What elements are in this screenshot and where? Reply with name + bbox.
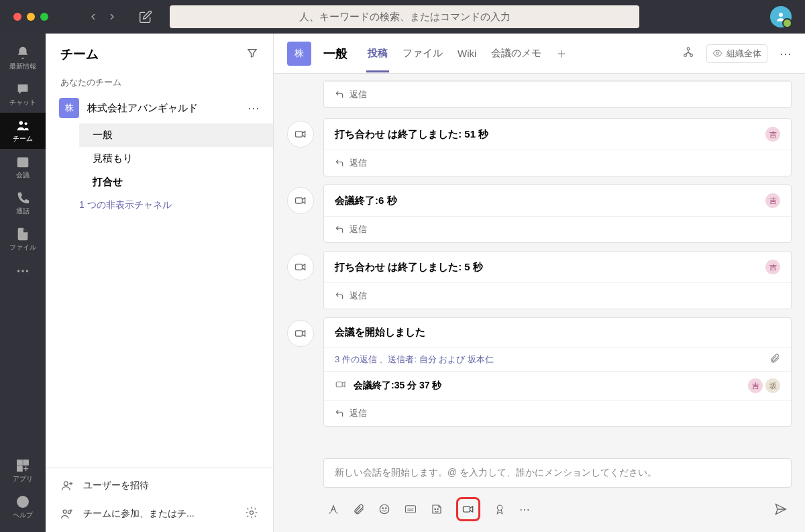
rail-apps[interactable]: アプリ [0,453,46,489]
message-card[interactable]: 打ち合わせ は終了しました: 51 秒 吉 返信 [323,118,792,176]
sticker-icon[interactable] [431,503,443,515]
join-create-team-button[interactable]: チームに参加、またはチ... [46,499,273,528]
nav-back[interactable] [87,11,99,23]
message-card[interactable]: 会議を開始しました 3 件の返信 、送信者: 自分 および 坂本仁 会議終了:3… [323,317,792,427]
meet-now-icon[interactable] [456,497,480,521]
org-badge-label: 組織全体 [727,48,761,60]
reply-button[interactable]: 返信 [324,216,791,242]
participant-badge: 吉 [748,378,763,393]
search-input[interactable]: 人、キーワードの検索、またはコマンドの入力 [170,5,639,28]
tab-notes[interactable]: 会議のメモ [490,47,543,60]
reply-button[interactable]: 返信 [324,400,791,426]
header-more-icon[interactable]: ⋯ [780,46,792,61]
attachment-icon [769,353,780,366]
participant-badge: 吉 [765,193,780,208]
message-title: 打ち合わせ は終了しました: 51 秒 [335,128,488,141]
svg-point-17 [684,54,687,56]
minimize-window[interactable] [27,13,35,21]
svg-point-27 [386,508,387,509]
video-icon [287,254,314,280]
svg-point-12 [64,482,68,486]
svg-point-16 [687,47,690,50]
messages-list: 返信 打ち合わせ は終了しました: 51 秒 吉 [274,74,805,451]
rail-calls[interactable]: 通話 [0,185,46,221]
rail-files-label: ファイル [9,243,36,252]
channel-general[interactable]: 一般 [79,123,273,147]
rail-teams-label: チーム [13,134,33,144]
tab-files[interactable]: ファイル [401,47,444,60]
channel-header: 株 一般 投稿 ファイル Wiki 会議のメモ ＋ 組織全体 ⋯ [274,34,805,74]
channel-estimate[interactable]: 見積もり [79,147,273,170]
message-card[interactable]: 会議終了:6 秒 吉 返信 [323,184,792,243]
channel-avatar: 株 [287,42,311,66]
tab-posts[interactable]: 投稿 [366,47,389,60]
rail-help[interactable]: ヘルプ [0,489,46,525]
video-icon [287,187,314,214]
attach-icon[interactable] [353,503,365,515]
format-icon[interactable] [327,503,339,515]
svg-rect-8 [23,460,28,465]
channel-meeting[interactable]: 打合せ [79,170,273,194]
participant-badge: 吉 [765,260,780,274]
svg-rect-32 [464,507,470,512]
reply-info[interactable]: 3 件の返信 、送信者: 自分 および 坂本仁 [324,347,791,371]
compose-input[interactable]: 新しい会話を開始します。@ を入力して、誰かにメンションしてください。 [323,458,792,488]
svg-point-6 [26,270,28,272]
org-chart-icon[interactable] [682,46,694,61]
rail-chat[interactable]: チャット [0,76,46,113]
message-title: 会議を開始しました [335,326,425,339]
video-icon [287,121,314,148]
tab-wiki[interactable]: Wiki [456,48,478,59]
svg-point-13 [63,510,66,513]
org-visibility-badge[interactable]: 組織全体 [706,44,767,63]
svg-rect-7 [17,460,22,465]
team-name: 株式会社アバンギャルド [87,102,239,115]
rail-activity[interactable]: 最新情報 [0,40,46,76]
svg-point-0 [779,13,783,17]
gif-icon[interactable]: GIF [404,503,417,515]
invite-users-button[interactable]: ユーザーを招待 [46,472,273,499]
praise-icon[interactable] [494,503,506,515]
send-icon[interactable] [774,502,788,516]
rail-teams[interactable]: チーム [0,113,46,149]
svg-point-1 [19,121,23,125]
svg-point-19 [716,52,719,55]
nav-forward[interactable] [106,11,118,23]
rail-meetings[interactable]: 会議 [0,149,46,185]
user-avatar[interactable] [770,6,792,28]
rail-activity-label: 最新情報 [9,62,36,71]
rail-more[interactable] [0,258,46,284]
invite-label: ユーザーを招待 [83,480,149,492]
filter-icon[interactable] [246,47,258,62]
team-avatar: 株 [59,98,79,118]
rail-calls-label: 通話 [16,207,30,216]
gear-icon[interactable] [245,506,258,521]
app-rail: 最新情報 チャット チーム 会議 通話 ファイル アプリ [0,34,46,532]
reply-button[interactable]: 返信 [324,81,791,107]
reply-button[interactable]: 返信 [324,282,791,309]
window-controls [13,13,48,21]
new-chat-button[interactable] [133,5,158,29]
message-card[interactable]: 打ち合わせ は終了しました: 5 秒 吉 返信 [323,251,792,309]
emoji-icon[interactable] [378,503,390,515]
more-icon[interactable]: ⋯ [519,503,530,516]
svg-point-2 [25,122,28,125]
rail-meetings-label: 会議 [16,170,30,180]
svg-rect-3 [17,158,29,168]
team-more-icon[interactable]: ⋯ [248,101,260,115]
svg-point-15 [250,511,254,515]
rail-help-label: ヘルプ [13,511,33,520]
add-tab-button[interactable]: ＋ [555,44,568,62]
svg-text:GIF: GIF [407,508,414,512]
join-create-label: チームに参加、またはチ... [83,508,195,520]
close-window[interactable] [13,13,21,21]
message-title: 打ち合わせ は終了しました: 5 秒 [335,261,483,274]
compose-area: 新しい会話を開始します。@ を入力して、誰かにメンションしてください。 GIF [274,451,805,532]
hidden-channels-link[interactable]: 1 つの非表示チャネル [46,194,273,217]
team-row[interactable]: 株 株式会社アバンギャルド ⋯ [46,93,273,123]
video-icon [335,378,347,393]
rail-files[interactable]: ファイル [0,221,46,258]
maximize-window[interactable] [40,13,48,21]
reply-button[interactable]: 返信 [324,150,791,176]
svg-point-26 [382,508,384,509]
